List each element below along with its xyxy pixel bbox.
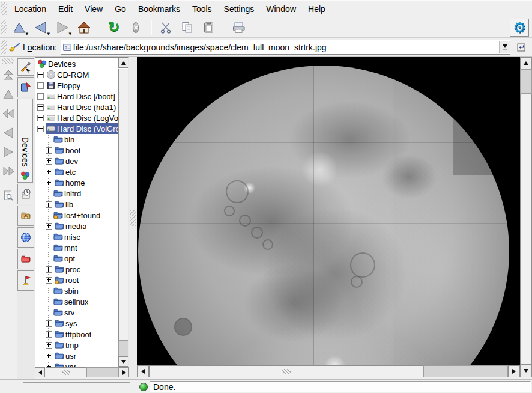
tree-expander[interactable] (37, 72, 44, 78)
sidebar-tab-configure-sidebar[interactable] (17, 58, 34, 76)
tree-expander[interactable] (46, 223, 52, 230)
dropdown-caret-icon[interactable]: ▾ (25, 31, 28, 37)
tree-item-etc[interactable]: etc (35, 166, 118, 177)
tree-expander[interactable] (46, 364, 52, 367)
tree-item-sbin[interactable]: sbin (35, 285, 118, 296)
scroll-right-button[interactable] (508, 365, 520, 377)
tree-item-var[interactable]: var (35, 361, 118, 367)
menu-go[interactable]: Go (109, 3, 132, 15)
sidebar-tab-devices[interactable]: Devices (17, 99, 33, 183)
nav-find-preview-button[interactable] (1, 187, 16, 204)
scrollbar-thumb[interactable] (46, 367, 86, 377)
scroll-right-button[interactable] (119, 367, 129, 377)
tree-item-boot[interactable]: boot (35, 145, 118, 156)
scroll-down-button[interactable] (520, 364, 532, 377)
scrollbar-track[interactable] (423, 365, 508, 377)
tree-item-tftpboot[interactable]: tftpboot (35, 329, 118, 340)
sidebar-tab-history[interactable] (17, 184, 34, 204)
scrollbar-thumb[interactable] (118, 69, 128, 340)
paste-button[interactable] (199, 18, 219, 37)
tree-expander[interactable] (46, 342, 52, 349)
panel-splitter[interactable] (129, 57, 137, 379)
tree-item-lost-found[interactable]: lost+found (35, 210, 118, 221)
tree-item-devices[interactable]: Devices (35, 58, 118, 69)
scrollbar-track[interactable] (520, 69, 532, 94)
go-button[interactable] (514, 40, 528, 55)
nav-back-button[interactable] (1, 124, 16, 141)
tree-item-usr[interactable]: usr (35, 350, 118, 361)
tree-item-lib[interactable]: lib (35, 199, 118, 210)
tree-item-opt[interactable]: opt (35, 253, 118, 264)
tree-item-tmp[interactable]: tmp (35, 340, 118, 350)
scroll-left-button[interactable] (35, 367, 45, 377)
sidebar-tab-bookmarks[interactable] (17, 77, 34, 97)
nav-up-double-button[interactable] (1, 67, 16, 83)
scrollbar-thumb[interactable] (520, 94, 532, 364)
tree-item-media[interactable]: media (35, 221, 118, 231)
stop-button[interactable]: × (125, 18, 146, 37)
tree-expander[interactable] (46, 169, 52, 175)
tree-expander[interactable] (46, 180, 52, 186)
tree-expander[interactable] (46, 201, 52, 208)
tree-expander[interactable] (37, 82, 44, 89)
tree-expander[interactable] (37, 93, 44, 100)
tree-item-hard-disc-hda1[interactable]: Hard Disc (hda1) [/ (35, 102, 118, 112)
nav-forward-double-button[interactable] (1, 163, 16, 179)
tree-expander[interactable] (46, 147, 52, 154)
clear-location-button[interactable] (8, 41, 20, 53)
up-button[interactable]: ▾ (9, 18, 29, 37)
menu-edit[interactable]: Edit (52, 3, 79, 15)
dropdown-caret-icon[interactable]: ▾ (68, 31, 71, 37)
tree-item-dev[interactable]: dev (35, 156, 118, 166)
menu-help[interactable]: Help (302, 3, 331, 15)
toolbar-drag-handle[interactable] (1, 40, 7, 54)
tree-expander[interactable] (37, 115, 44, 121)
tree-expander[interactable] (37, 104, 44, 111)
tree-item-root[interactable]: root (35, 275, 118, 285)
tree-item-hard-disc-boot[interactable]: Hard Disc [/boot] (35, 91, 118, 102)
tree-item-mnt[interactable]: mnt (35, 242, 118, 253)
sidebar-tab-root-folder[interactable] (17, 249, 34, 269)
reload-button[interactable]: ↻ (104, 18, 124, 37)
tree-item-misc[interactable]: misc (35, 231, 118, 242)
sidebar-tab-network[interactable] (17, 227, 34, 248)
tree-item-cd-rom[interactable]: CD-ROM (35, 69, 118, 80)
copy-button[interactable] (177, 18, 198, 37)
sidebar-tab-services[interactable] (17, 270, 34, 291)
tree-expander[interactable] (46, 158, 52, 165)
tree-item-srv[interactable]: srv (35, 307, 118, 318)
menu-tools[interactable]: Tools (186, 3, 218, 15)
scroll-up-button[interactable] (520, 57, 532, 69)
cut-button[interactable] (156, 18, 176, 37)
tree-item-floppy[interactable]: Floppy (35, 80, 118, 91)
menu-location[interactable]: Location (8, 3, 52, 15)
nav-forward-button[interactable] (1, 144, 16, 160)
scrollbar-track[interactable] (86, 367, 119, 377)
tree-expander[interactable] (37, 126, 44, 132)
nav-back-double-button[interactable] (1, 105, 16, 121)
tree-item-hard-disc-volgrou[interactable]: Hard Disc (VolGrou (35, 123, 118, 134)
menu-view[interactable]: View (79, 3, 109, 15)
tree-item-initrd[interactable]: initrd (35, 188, 118, 199)
tree-expander[interactable] (46, 320, 52, 327)
scroll-down-button[interactable] (118, 356, 128, 367)
nav-up-button[interactable] (1, 86, 16, 102)
tree-expander[interactable] (46, 277, 52, 284)
toolbar-drag-handle[interactable] (2, 58, 14, 64)
tree-item-hard-disc-logvol0[interactable]: Hard Disc (LogVol0 (35, 112, 118, 123)
scroll-left-button[interactable] (137, 365, 149, 377)
scrollbar-thumb[interactable] (149, 365, 423, 377)
home-button[interactable] (74, 18, 94, 37)
toolbar-drag-handle[interactable] (1, 20, 7, 35)
tree-item-selinux[interactable]: selinux (35, 296, 118, 307)
tree-item-bin[interactable]: bin (35, 134, 118, 145)
dropdown-caret-icon[interactable]: ▾ (47, 31, 50, 37)
sidebar-tab-home-folder[interactable] (17, 206, 34, 226)
tree-item-proc[interactable]: proc (35, 264, 118, 275)
scrollbar-track[interactable] (118, 340, 128, 356)
menu-window[interactable]: Window (260, 3, 302, 15)
tree-item-home[interactable]: home (35, 177, 118, 188)
forward-button[interactable]: ▾ (52, 18, 73, 37)
scroll-up-button[interactable] (118, 58, 128, 68)
location-input[interactable]: file:/usr/share/backgrounds/images/space… (61, 40, 510, 55)
